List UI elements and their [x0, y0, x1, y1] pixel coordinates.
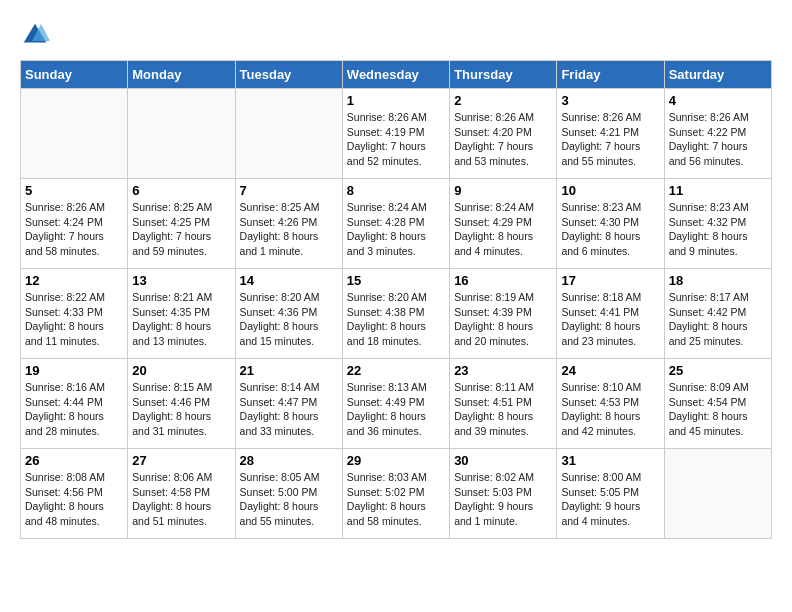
calendar-cell: 11Sunrise: 8:23 AM Sunset: 4:32 PM Dayli… — [664, 179, 771, 269]
calendar-cell: 5Sunrise: 8:26 AM Sunset: 4:24 PM Daylig… — [21, 179, 128, 269]
calendar-week-5: 26Sunrise: 8:08 AM Sunset: 4:56 PM Dayli… — [21, 449, 772, 539]
day-info: Sunrise: 8:06 AM Sunset: 4:58 PM Dayligh… — [132, 470, 230, 529]
calendar-cell: 18Sunrise: 8:17 AM Sunset: 4:42 PM Dayli… — [664, 269, 771, 359]
page-header — [20, 20, 772, 50]
day-info: Sunrise: 8:15 AM Sunset: 4:46 PM Dayligh… — [132, 380, 230, 439]
logo — [20, 20, 54, 50]
calendar-header: SundayMondayTuesdayWednesdayThursdayFrid… — [21, 61, 772, 89]
calendar-cell: 13Sunrise: 8:21 AM Sunset: 4:35 PM Dayli… — [128, 269, 235, 359]
day-info: Sunrise: 8:05 AM Sunset: 5:00 PM Dayligh… — [240, 470, 338, 529]
calendar-cell: 20Sunrise: 8:15 AM Sunset: 4:46 PM Dayli… — [128, 359, 235, 449]
day-header-friday: Friday — [557, 61, 664, 89]
day-info: Sunrise: 8:26 AM Sunset: 4:24 PM Dayligh… — [25, 200, 123, 259]
day-info: Sunrise: 8:00 AM Sunset: 5:05 PM Dayligh… — [561, 470, 659, 529]
calendar-cell: 15Sunrise: 8:20 AM Sunset: 4:38 PM Dayli… — [342, 269, 449, 359]
calendar-table: SundayMondayTuesdayWednesdayThursdayFrid… — [20, 60, 772, 539]
day-info: Sunrise: 8:21 AM Sunset: 4:35 PM Dayligh… — [132, 290, 230, 349]
day-info: Sunrise: 8:17 AM Sunset: 4:42 PM Dayligh… — [669, 290, 767, 349]
day-number: 15 — [347, 273, 445, 288]
day-number: 30 — [454, 453, 552, 468]
day-info: Sunrise: 8:19 AM Sunset: 4:39 PM Dayligh… — [454, 290, 552, 349]
day-number: 21 — [240, 363, 338, 378]
calendar-cell: 6Sunrise: 8:25 AM Sunset: 4:25 PM Daylig… — [128, 179, 235, 269]
calendar-week-2: 5Sunrise: 8:26 AM Sunset: 4:24 PM Daylig… — [21, 179, 772, 269]
calendar-cell: 28Sunrise: 8:05 AM Sunset: 5:00 PM Dayli… — [235, 449, 342, 539]
day-number: 26 — [25, 453, 123, 468]
day-header-tuesday: Tuesday — [235, 61, 342, 89]
day-header-sunday: Sunday — [21, 61, 128, 89]
day-number: 18 — [669, 273, 767, 288]
calendar-cell: 25Sunrise: 8:09 AM Sunset: 4:54 PM Dayli… — [664, 359, 771, 449]
day-header-thursday: Thursday — [450, 61, 557, 89]
day-number: 8 — [347, 183, 445, 198]
day-number: 10 — [561, 183, 659, 198]
day-info: Sunrise: 8:24 AM Sunset: 4:28 PM Dayligh… — [347, 200, 445, 259]
day-number: 20 — [132, 363, 230, 378]
calendar-cell: 29Sunrise: 8:03 AM Sunset: 5:02 PM Dayli… — [342, 449, 449, 539]
calendar-cell: 27Sunrise: 8:06 AM Sunset: 4:58 PM Dayli… — [128, 449, 235, 539]
calendar-cell: 22Sunrise: 8:13 AM Sunset: 4:49 PM Dayli… — [342, 359, 449, 449]
day-info: Sunrise: 8:14 AM Sunset: 4:47 PM Dayligh… — [240, 380, 338, 439]
day-number: 28 — [240, 453, 338, 468]
day-info: Sunrise: 8:03 AM Sunset: 5:02 PM Dayligh… — [347, 470, 445, 529]
day-info: Sunrise: 8:16 AM Sunset: 4:44 PM Dayligh… — [25, 380, 123, 439]
calendar-week-3: 12Sunrise: 8:22 AM Sunset: 4:33 PM Dayli… — [21, 269, 772, 359]
day-info: Sunrise: 8:26 AM Sunset: 4:22 PM Dayligh… — [669, 110, 767, 169]
day-number: 31 — [561, 453, 659, 468]
day-number: 16 — [454, 273, 552, 288]
day-number: 19 — [25, 363, 123, 378]
day-info: Sunrise: 8:13 AM Sunset: 4:49 PM Dayligh… — [347, 380, 445, 439]
calendar-cell: 26Sunrise: 8:08 AM Sunset: 4:56 PM Dayli… — [21, 449, 128, 539]
calendar-week-4: 19Sunrise: 8:16 AM Sunset: 4:44 PM Dayli… — [21, 359, 772, 449]
day-number: 9 — [454, 183, 552, 198]
day-info: Sunrise: 8:08 AM Sunset: 4:56 PM Dayligh… — [25, 470, 123, 529]
calendar-cell: 19Sunrise: 8:16 AM Sunset: 4:44 PM Dayli… — [21, 359, 128, 449]
calendar-cell: 17Sunrise: 8:18 AM Sunset: 4:41 PM Dayli… — [557, 269, 664, 359]
calendar-cell — [21, 89, 128, 179]
day-number: 14 — [240, 273, 338, 288]
day-info: Sunrise: 8:09 AM Sunset: 4:54 PM Dayligh… — [669, 380, 767, 439]
day-info: Sunrise: 8:24 AM Sunset: 4:29 PM Dayligh… — [454, 200, 552, 259]
day-header-wednesday: Wednesday — [342, 61, 449, 89]
day-info: Sunrise: 8:10 AM Sunset: 4:53 PM Dayligh… — [561, 380, 659, 439]
day-number: 4 — [669, 93, 767, 108]
day-info: Sunrise: 8:20 AM Sunset: 4:38 PM Dayligh… — [347, 290, 445, 349]
calendar-cell — [128, 89, 235, 179]
calendar-cell: 30Sunrise: 8:02 AM Sunset: 5:03 PM Dayli… — [450, 449, 557, 539]
calendar-cell: 24Sunrise: 8:10 AM Sunset: 4:53 PM Dayli… — [557, 359, 664, 449]
calendar-cell: 2Sunrise: 8:26 AM Sunset: 4:20 PM Daylig… — [450, 89, 557, 179]
day-number: 3 — [561, 93, 659, 108]
day-number: 12 — [25, 273, 123, 288]
day-info: Sunrise: 8:02 AM Sunset: 5:03 PM Dayligh… — [454, 470, 552, 529]
day-number: 6 — [132, 183, 230, 198]
day-number: 1 — [347, 93, 445, 108]
calendar-cell: 3Sunrise: 8:26 AM Sunset: 4:21 PM Daylig… — [557, 89, 664, 179]
calendar-cell: 8Sunrise: 8:24 AM Sunset: 4:28 PM Daylig… — [342, 179, 449, 269]
calendar-cell: 4Sunrise: 8:26 AM Sunset: 4:22 PM Daylig… — [664, 89, 771, 179]
day-number: 29 — [347, 453, 445, 468]
day-number: 27 — [132, 453, 230, 468]
day-number: 11 — [669, 183, 767, 198]
calendar-cell: 10Sunrise: 8:23 AM Sunset: 4:30 PM Dayli… — [557, 179, 664, 269]
day-info: Sunrise: 8:20 AM Sunset: 4:36 PM Dayligh… — [240, 290, 338, 349]
day-number: 22 — [347, 363, 445, 378]
calendar-cell: 7Sunrise: 8:25 AM Sunset: 4:26 PM Daylig… — [235, 179, 342, 269]
day-header-saturday: Saturday — [664, 61, 771, 89]
calendar-week-1: 1Sunrise: 8:26 AM Sunset: 4:19 PM Daylig… — [21, 89, 772, 179]
day-info: Sunrise: 8:25 AM Sunset: 4:26 PM Dayligh… — [240, 200, 338, 259]
day-info: Sunrise: 8:26 AM Sunset: 4:19 PM Dayligh… — [347, 110, 445, 169]
day-number: 7 — [240, 183, 338, 198]
day-number: 2 — [454, 93, 552, 108]
day-info: Sunrise: 8:26 AM Sunset: 4:21 PM Dayligh… — [561, 110, 659, 169]
logo-icon — [20, 20, 50, 50]
calendar-cell: 14Sunrise: 8:20 AM Sunset: 4:36 PM Dayli… — [235, 269, 342, 359]
day-info: Sunrise: 8:11 AM Sunset: 4:51 PM Dayligh… — [454, 380, 552, 439]
calendar-cell: 23Sunrise: 8:11 AM Sunset: 4:51 PM Dayli… — [450, 359, 557, 449]
calendar-cell — [235, 89, 342, 179]
day-info: Sunrise: 8:23 AM Sunset: 4:30 PM Dayligh… — [561, 200, 659, 259]
day-number: 24 — [561, 363, 659, 378]
calendar-body: 1Sunrise: 8:26 AM Sunset: 4:19 PM Daylig… — [21, 89, 772, 539]
calendar-cell: 31Sunrise: 8:00 AM Sunset: 5:05 PM Dayli… — [557, 449, 664, 539]
day-number: 17 — [561, 273, 659, 288]
day-info: Sunrise: 8:18 AM Sunset: 4:41 PM Dayligh… — [561, 290, 659, 349]
